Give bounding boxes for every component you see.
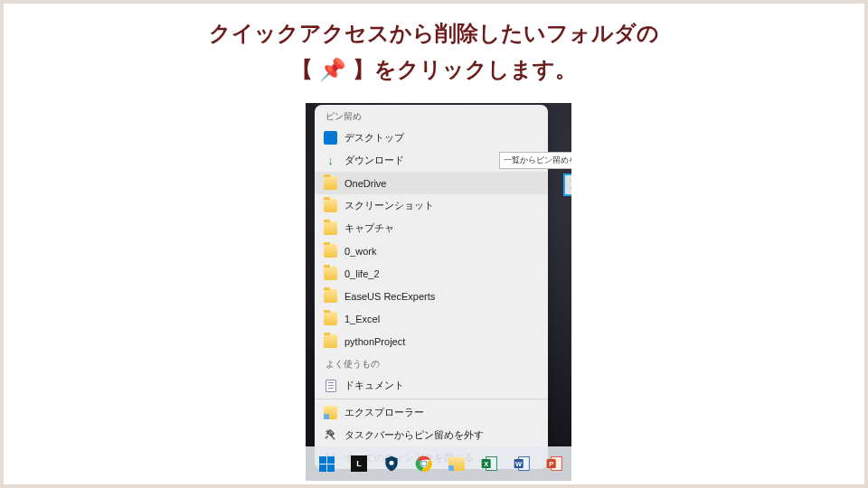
start-button[interactable] [311, 449, 342, 478]
pushpin-icon: 📌 [319, 57, 346, 81]
svg-point-0 [390, 461, 394, 465]
document-icon [324, 379, 337, 392]
powerpoint-icon: P [545, 455, 563, 473]
windows-logo-icon [319, 456, 335, 472]
folder-icon [324, 289, 337, 303]
pinned-item-pythonproject[interactable]: pythonProject [315, 330, 548, 352]
svg-text:P: P [549, 460, 553, 468]
svg-text:W: W [515, 460, 523, 468]
folder-icon [324, 267, 337, 280]
taskbar-app-explorer[interactable] [441, 449, 472, 478]
action-unpin-taskbar[interactable]: タスクバーからピン留めを外す [315, 424, 548, 446]
unpin-icon [324, 428, 337, 442]
taskbar-app-unknown[interactable]: L [344, 449, 374, 478]
instruction-line2: 【 📌 】をクリックします。 [4, 52, 864, 87]
word-icon: W [513, 455, 531, 473]
folder-icon [324, 244, 337, 258]
desktop-screenshot: ピン留め デスクトップ ↓ ダウンロード OneDrive スクリーンショット … [306, 103, 571, 481]
pinned-item-0life2[interactable]: 0_life_2 [315, 262, 548, 285]
svg-text:X: X [484, 460, 488, 468]
folder-icon [324, 176, 337, 190]
pinned-item-onedrive[interactable]: OneDrive [315, 172, 548, 194]
frequent-item-documents[interactable]: ドキュメント [315, 374, 548, 397]
excel-icon: X [480, 455, 498, 473]
shield-icon [382, 455, 401, 473]
canvas: クイックアクセスから削除したいフォルダの 【 📌 】をクリックします。 ピン留め… [4, 4, 864, 484]
taskbar-app-security[interactable] [376, 449, 407, 478]
pinned-item-capture[interactable]: キャプチャ [315, 217, 548, 239]
instruction-line1: クイックアクセスから削除したいフォルダの [4, 16, 864, 51]
pinned-item-screenshot[interactable]: スクリーンショット [315, 194, 548, 217]
folder-icon [324, 334, 337, 348]
pinned-item-1excel[interactable]: 1_Excel [315, 307, 548, 330]
pinned-section-header: ピン留め [315, 105, 548, 127]
taskbar-app-word[interactable]: W [506, 449, 537, 478]
svg-point-3 [422, 462, 427, 466]
action-explorer[interactable]: エクスプローラー [315, 401, 548, 424]
instruction-text: クイックアクセスから削除したいフォルダの 【 📌 】をクリックします。 [4, 16, 864, 88]
folder-icon [324, 199, 337, 212]
folder-icon [324, 221, 337, 235]
pinned-item-desktop[interactable]: デスクトップ [315, 127, 548, 149]
explorer-icon [324, 406, 337, 419]
taskbar-app-excel[interactable]: X [474, 449, 505, 478]
explorer-icon [448, 457, 465, 471]
pinned-item-easeus[interactable]: EaseUS RecExperts [315, 285, 548, 307]
download-icon: ↓ [324, 154, 337, 167]
chrome-icon [415, 455, 433, 473]
desktop-icon [324, 131, 337, 145]
taskbar-app-chrome[interactable] [409, 449, 439, 478]
unpin-tooltip: 一覧からピン留めを外 [499, 152, 571, 169]
pinned-item-0work[interactable]: 0_work [315, 239, 548, 262]
folder-icon [324, 312, 337, 325]
unpin-from-list-button[interactable] [563, 174, 571, 196]
app-icon: L [351, 455, 367, 472]
taskbar: L X W P [306, 446, 571, 481]
taskbar-app-powerpoint[interactable]: P [539, 449, 570, 478]
divider [315, 399, 548, 399]
frequent-section-header: よく使うもの [315, 352, 548, 374]
